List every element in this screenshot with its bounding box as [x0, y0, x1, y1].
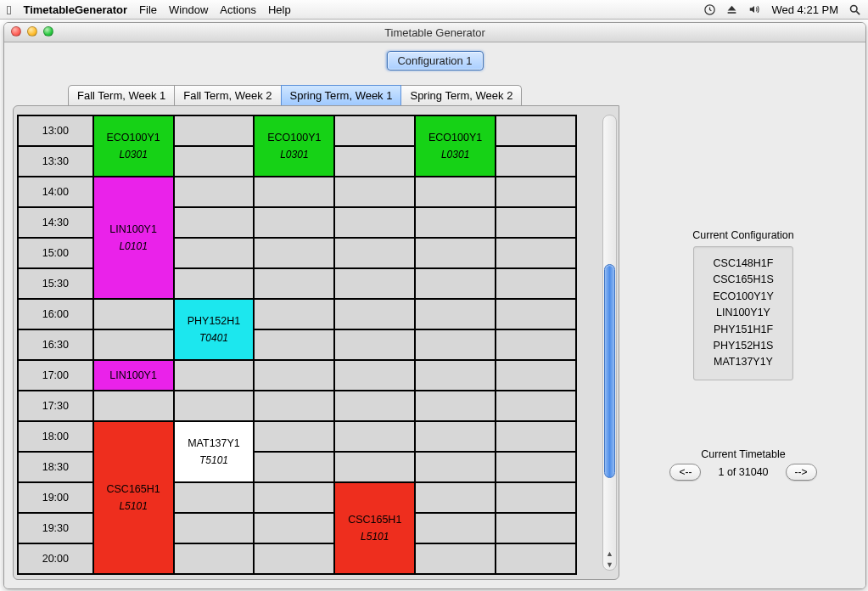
empty-cell	[254, 329, 334, 360]
empty-cell	[174, 207, 255, 238]
term-tabs: Fall Term, Week 1Fall Term, Week 2Spring…	[68, 85, 619, 105]
empty-cell	[174, 177, 255, 207]
app-name[interactable]: TimetableGenerator	[23, 3, 127, 16]
course-block-ECO100Y1[interactable]: ECO100Y1L0301	[415, 115, 496, 177]
config-course-item: MAT137Y1Y	[713, 354, 774, 370]
empty-cell	[174, 268, 255, 299]
empty-cell	[334, 421, 415, 452]
empty-cell	[334, 207, 415, 238]
empty-cell	[254, 482, 334, 513]
time-label: 19:00	[18, 482, 93, 513]
empty-cell	[254, 421, 334, 452]
time-label: 18:00	[18, 421, 93, 452]
empty-cell	[496, 543, 576, 574]
course-code: CSC165H1	[348, 513, 401, 527]
apple-menu-icon[interactable]: 	[7, 3, 11, 16]
empty-cell	[334, 115, 415, 146]
time-label: 14:00	[18, 177, 93, 207]
empty-cell	[496, 238, 576, 268]
vertical-scrollbar[interactable]: ▲ ▼	[602, 115, 617, 571]
window-titlebar[interactable]: Timetable Generator	[4, 23, 865, 42]
time-label: 19:30	[18, 513, 93, 543]
svg-rect-1	[728, 12, 736, 14]
empty-cell	[496, 513, 576, 543]
empty-cell	[254, 360, 334, 391]
empty-cell	[174, 513, 255, 543]
term-tab-0[interactable]: Fall Term, Week 1	[68, 85, 175, 105]
course-code: LIN100Y1	[109, 369, 157, 383]
scrollbar-thumb[interactable]	[604, 264, 615, 478]
volume-icon[interactable]	[748, 3, 761, 15]
empty-cell	[334, 452, 415, 482]
empty-cell	[496, 177, 576, 207]
time-label: 14:30	[18, 207, 93, 238]
zoom-button[interactable]	[43, 26, 53, 37]
term-tab-2[interactable]: Spring Term, Week 1	[281, 85, 402, 105]
course-block-MAT137Y1[interactable]: MAT137Y1T5101	[174, 421, 255, 482]
course-code: LIN100Y1	[109, 222, 157, 237]
empty-cell	[334, 177, 415, 207]
empty-cell	[415, 177, 496, 207]
course-block-CSC165H1[interactable]: CSC165H1L5101	[334, 482, 415, 574]
scroll-up-arrow[interactable]: ▲	[605, 549, 614, 558]
empty-cell	[415, 238, 496, 268]
config-course-item: LIN100Y1Y	[713, 305, 774, 321]
course-block-LIN100Y1[interactable]: LIN100Y1L0101	[93, 177, 174, 299]
empty-cell	[415, 207, 496, 238]
empty-cell	[496, 391, 576, 421]
empty-cell	[93, 299, 174, 329]
configuration-tab[interactable]: Configuration 1	[386, 51, 483, 70]
empty-cell	[415, 329, 496, 360]
eject-icon[interactable]	[726, 4, 737, 15]
empty-cell	[254, 513, 334, 543]
scroll-down-arrow[interactable]: ▼	[605, 560, 614, 569]
empty-cell	[496, 268, 576, 299]
minimize-button[interactable]	[27, 26, 37, 37]
spotlight-icon[interactable]	[848, 3, 861, 16]
course-block-CSC165H1[interactable]: CSC165H1L5101	[93, 421, 174, 574]
course-block-PHY152H1[interactable]: PHY152H1T0401	[174, 299, 255, 360]
menu-item-help[interactable]: Help	[268, 3, 291, 16]
course-block-ECO100Y1[interactable]: ECO100Y1L0301	[254, 115, 334, 177]
empty-cell	[415, 543, 496, 574]
empty-cell	[254, 543, 334, 574]
current-configuration-title: Current Configuration	[692, 229, 794, 241]
prev-timetable-button[interactable]: <--	[669, 464, 701, 481]
empty-cell	[254, 299, 334, 329]
time-label: 18:30	[18, 452, 93, 482]
next-timetable-button[interactable]: -->	[786, 464, 817, 481]
current-configuration-box: CSC148H1FCSC165H1SECO100Y1YLIN100Y1YPHY1…	[693, 246, 793, 380]
config-course-item: ECO100Y1Y	[713, 289, 774, 305]
empty-cell	[496, 115, 576, 146]
close-button[interactable]	[11, 26, 21, 37]
empty-cell	[334, 268, 415, 299]
empty-cell	[415, 268, 496, 299]
course-code: ECO100Y1	[107, 131, 160, 145]
menubar-clock[interactable]: Wed 4:21 PM	[771, 3, 838, 16]
course-block-LIN100Y1[interactable]: LIN100Y1	[93, 360, 174, 391]
empty-cell	[415, 482, 496, 513]
menu-item-file[interactable]: File	[139, 3, 157, 16]
empty-cell	[496, 482, 576, 513]
time-label: 20:00	[18, 543, 93, 574]
term-tab-1[interactable]: Fall Term, Week 2	[174, 85, 281, 105]
course-block-ECO100Y1[interactable]: ECO100Y1L0301	[93, 115, 174, 177]
course-section: L0301	[119, 148, 147, 161]
term-tab-3[interactable]: Spring Term, Week 2	[400, 85, 522, 105]
menu-item-actions[interactable]: Actions	[220, 3, 256, 16]
svg-point-2	[851, 5, 858, 12]
empty-cell	[254, 268, 334, 299]
empty-cell	[334, 329, 415, 360]
app-window: Timetable Generator Configuration 1 Fall…	[3, 22, 866, 589]
empty-cell	[415, 513, 496, 543]
time-label: 16:00	[18, 299, 93, 329]
time-machine-icon[interactable]	[703, 3, 716, 16]
empty-cell	[334, 360, 415, 391]
empty-cell	[174, 391, 255, 421]
mac-menubar:  TimetableGenerator File Window Actions…	[0, 0, 868, 20]
menu-item-window[interactable]: Window	[169, 3, 208, 16]
config-course-item: CSC148H1F	[713, 256, 774, 272]
course-code: CSC165H1	[107, 482, 160, 497]
timetable-grid-container: 13:00ECO100Y1L0301ECO100Y1L0301ECO100Y1L…	[13, 105, 619, 580]
config-course-item: CSC165H1S	[713, 272, 774, 288]
